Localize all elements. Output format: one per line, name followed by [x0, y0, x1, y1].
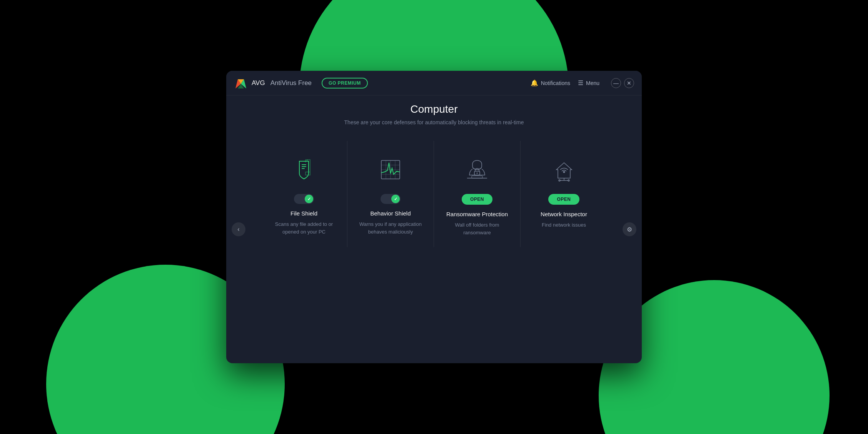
network-desc: Find network issues: [542, 221, 586, 229]
behavior-shield-toggle[interactable]: ✓: [381, 194, 401, 204]
settings-button[interactable]: ⚙: [623, 222, 636, 236]
page-heading: Computer These are your core defenses fo…: [344, 103, 524, 125]
card-behavior-shield: ✓ Behavior Shield Warns you if any appli…: [347, 141, 434, 247]
file-shield-desc: Scans any file added to or opened on you…: [269, 220, 339, 235]
app-name: AVG: [252, 79, 265, 87]
notifications-button[interactable]: 🔔 Notifications: [531, 79, 570, 87]
svg-point-19: [563, 171, 565, 173]
svg-point-16: [477, 173, 478, 174]
bell-icon: 🔔: [531, 79, 538, 87]
card-network-inspector: OPEN Network Inspector Find network issu…: [521, 141, 607, 247]
ransomware-desc: Wall off folders from ransomware: [442, 221, 512, 236]
avg-logo-icon: [234, 76, 248, 90]
notifications-label: Notifications: [541, 80, 570, 86]
card-ransomware: OPEN Ransomware Protection Wall off fold…: [434, 141, 521, 247]
app-product: AntiVirus Free: [270, 79, 312, 87]
cards-grid: ✓ File Shield Scans any file added to or…: [261, 141, 607, 247]
file-shield-toggle[interactable]: ✓: [294, 194, 314, 204]
svg-rect-5: [302, 164, 306, 165]
svg-rect-6: [302, 166, 306, 167]
page-subtitle: These are your core defenses for automat…: [344, 119, 524, 125]
toggle-check-icon: ✓: [307, 197, 311, 202]
toggle-check-icon-2: ✓: [394, 197, 397, 202]
menu-button[interactable]: ☰ Menu: [578, 79, 599, 87]
minimize-button[interactable]: —: [611, 78, 621, 88]
logo-area: AVG AntiVirus Free GO PREMIUM: [234, 76, 368, 90]
ransomware-name: Ransomware Protection: [446, 211, 508, 217]
title-bar-right: 🔔 Notifications ☰ Menu — ✕: [531, 78, 634, 88]
title-bar: AVG AntiVirus Free GO PREMIUM 🔔 Notifica…: [226, 71, 642, 95]
go-premium-button[interactable]: GO PREMIUM: [322, 78, 368, 88]
file-shield-name: File Shield: [290, 210, 317, 217]
behavior-shield-icon: [373, 152, 408, 187]
ransomware-open-button[interactable]: OPEN: [462, 194, 492, 205]
nav-arrow-left[interactable]: ‹: [232, 222, 245, 236]
main-content: ‹ ⚙ Computer These are your core defense…: [226, 95, 642, 363]
network-open-button[interactable]: OPEN: [548, 194, 579, 205]
svg-rect-7: [302, 168, 305, 169]
app-window: AVG AntiVirus Free GO PREMIUM 🔔 Notifica…: [226, 71, 642, 363]
hamburger-icon: ☰: [578, 79, 583, 87]
card-file-shield: ✓ File Shield Scans any file added to or…: [261, 141, 347, 247]
file-shield-icon: [287, 152, 321, 187]
network-name: Network Inspector: [541, 211, 587, 217]
close-button[interactable]: ✕: [624, 78, 634, 88]
menu-label: Menu: [586, 80, 599, 86]
network-icon: [547, 152, 581, 187]
behavior-shield-desc: Warns you if any application behaves mal…: [355, 220, 426, 235]
ransomware-icon: [460, 152, 494, 187]
window-controls: — ✕: [611, 78, 634, 88]
svg-rect-18: [472, 176, 482, 178]
behavior-shield-name: Behavior Shield: [370, 210, 411, 217]
page-title: Computer: [344, 103, 524, 115]
